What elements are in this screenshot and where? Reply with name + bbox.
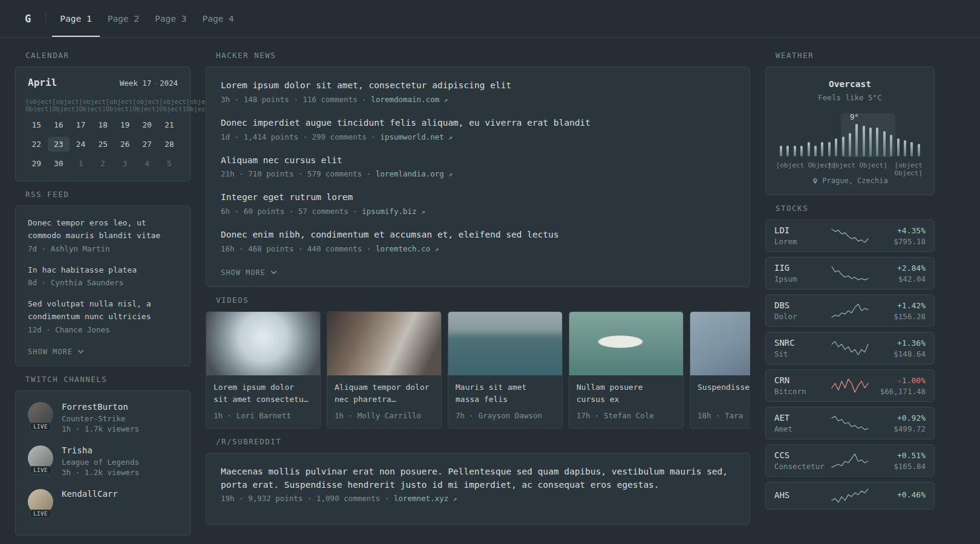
stock-symbol: AET xyxy=(774,413,831,423)
news-item-stats: 21h · 710 points · 579 comments · xyxy=(221,169,376,178)
news-item-title[interactable]: Donec imperdiet augue tincidunt felis al… xyxy=(221,117,735,130)
video-card[interactable]: Aliquam tempor dolor nec pharetra… 1h · … xyxy=(327,311,442,429)
rss-item-title[interactable]: Donec tempor eros leo, ut commodo mauris… xyxy=(28,217,178,242)
weather-section: WEATHER Overcast Feels like 5°C 9° [obje… xyxy=(765,51,935,195)
show-more-button[interactable]: SHOW MORE xyxy=(221,266,277,278)
show-more-button[interactable]: SHOW MORE xyxy=(28,345,84,357)
left-column: CALENDAR April Week 17·2024 [object Obje… xyxy=(15,42,191,536)
channel-name[interactable]: ForrestBurton xyxy=(62,402,139,412)
news-item-link[interactable]: loremtech.co ↗ xyxy=(376,244,439,253)
calendar-day: 17 xyxy=(70,117,92,132)
calendar-day: 2 xyxy=(92,156,114,171)
calendar-day: 29 xyxy=(25,156,48,171)
stock-symbol: LDI xyxy=(774,225,831,235)
weather-bar xyxy=(780,146,782,157)
stock-row[interactable]: CCS Consectetur +0.51% $165.84 xyxy=(765,444,935,477)
news-item-title[interactable]: Lorem ipsum dolor sit amet, consectetur … xyxy=(221,79,735,92)
avatar: LIVE xyxy=(28,445,53,471)
reddit-post-title[interactable]: Maecenas mollis pulvinar erat non posuer… xyxy=(221,465,735,492)
weather-bar xyxy=(849,133,851,157)
news-item: Donec imperdiet augue tincidunt felis al… xyxy=(221,117,735,141)
news-item-meta: 21h · 710 points · 579 comments · loreml… xyxy=(221,169,735,178)
video-meta: 17h · Stefan Cole xyxy=(569,407,683,428)
stock-sparkline xyxy=(831,340,869,356)
channel-name[interactable]: KendallCarr xyxy=(62,489,118,499)
news-item-meta: 1d · 1,414 points · 299 comments · ipsum… xyxy=(221,132,735,141)
show-more-label: SHOW MORE xyxy=(28,348,73,356)
video-card[interactable]: Suspendisse diam 18h · Tara xyxy=(690,311,750,429)
video-thumbnail[interactable] xyxy=(690,312,750,375)
video-title[interactable]: Nullam posuere cursus ex xyxy=(569,375,683,407)
calendar-day: 3 xyxy=(114,156,136,171)
video-card[interactable]: Mauris sit amet massa felis 7h · Grayson… xyxy=(448,311,563,429)
section-title: TWITCH CHANNELS xyxy=(25,375,191,384)
live-badge: LIVE xyxy=(30,423,51,431)
video-card[interactable]: Lorem ipsum dolor sit amet consectetu… 1… xyxy=(206,311,321,429)
news-item-title[interactable]: Integer eget rutrum lorem xyxy=(221,191,735,204)
nav-tab[interactable]: Page 4 xyxy=(194,0,241,37)
twitch-channel-row[interactable]: LIVE Trisha League of Legends 3h · 1.2k … xyxy=(28,445,178,477)
news-item-title[interactable]: Donec enim nibh, condimentum et accumsan… xyxy=(221,228,735,242)
video-thumbnail[interactable] xyxy=(327,312,441,375)
news-item-link[interactable]: ipsumify.biz ↗ xyxy=(362,207,425,216)
weather-chart: 9° [object Object][object Object][object… xyxy=(777,113,923,170)
stock-price: $165.84 xyxy=(869,462,926,471)
stock-row[interactable]: CRN Bitcorn -1.00% $66,171.48 xyxy=(765,369,935,402)
reddit-post-stats: 19h · 9,932 points · 1,090 comments · xyxy=(221,494,394,503)
rss-item: Sed volutpat nulla nisl, a condimentum n… xyxy=(28,298,178,334)
twitch-channel-row[interactable]: LIVE KendallCarr xyxy=(28,489,178,514)
stock-id: LDI Lorem xyxy=(774,225,831,246)
rss-item: Donec tempor eros leo, ut commodo mauris… xyxy=(28,217,178,253)
video-title[interactable]: Lorem ipsum dolor sit amet consectetu… xyxy=(206,375,320,407)
news-item-title[interactable]: Aliquam nec cursus elit xyxy=(221,154,735,167)
stock-values: +4.35% $795.18 xyxy=(869,226,926,246)
calendar-day: 16 xyxy=(48,117,70,132)
video-title[interactable]: Aliquam tempor dolor nec pharetra… xyxy=(327,375,441,407)
video-thumbnail[interactable] xyxy=(448,312,562,375)
stock-row[interactable]: AET Amet +0.92% $499.72 xyxy=(765,407,935,439)
stock-row[interactable]: DBS Dolor +1.42% $156.28 xyxy=(765,294,935,327)
stock-row[interactable]: AHS +0.46% xyxy=(765,482,935,510)
video-title[interactable]: Mauris sit amet massa felis xyxy=(448,375,562,407)
top-nav: G Page 1Page 2Page 3Page 4 xyxy=(0,0,980,37)
weather-bar xyxy=(876,128,878,157)
dashboard-content: CALENDAR April Week 17·2024 [object Obje… xyxy=(0,37,980,536)
reddit-post: Maecenas mollis pulvinar erat non posuer… xyxy=(221,465,735,504)
nav-tab[interactable]: Page 3 xyxy=(147,0,194,37)
calendar-day: 1 xyxy=(70,156,92,171)
stock-sparkline xyxy=(831,453,869,468)
video-title[interactable]: Suspendisse diam xyxy=(690,375,750,407)
stock-change: +0.51% xyxy=(869,451,926,460)
weather-feels-like: Feels like 5°C xyxy=(777,93,923,102)
section-title: HACKER NEWS xyxy=(216,51,750,60)
nav-tab[interactable]: Page 1 xyxy=(52,0,99,37)
subreddit-list: Maecenas mollis pulvinar erat non posuer… xyxy=(221,465,735,504)
hackernews-widget: Lorem ipsum dolor sit amet, consectetur … xyxy=(206,66,750,287)
channel-name[interactable]: Trisha xyxy=(62,445,139,455)
twitch-channel-row[interactable]: LIVE ForrestBurton Counter-Strike 1h · 1… xyxy=(28,402,178,433)
stock-row[interactable]: LDI Lorem +4.35% $795.18 xyxy=(765,219,935,252)
stock-price: $42.04 xyxy=(869,274,926,283)
news-item-link[interactable]: loremlandia.org ↗ xyxy=(376,169,452,178)
calendar-day: 18 xyxy=(92,117,114,132)
video-thumbnail[interactable] xyxy=(206,312,320,375)
stock-sparkline xyxy=(831,265,869,281)
chevron-down-icon xyxy=(77,349,84,354)
news-item-link[interactable]: ipsumworld.net ↗ xyxy=(380,132,452,141)
hackernews-section: HACKER NEWS Lorem ipsum dolor sit amet, … xyxy=(206,51,750,287)
calendar-dow: [object Object] xyxy=(159,98,186,112)
video-card[interactable]: Nullam posuere cursus ex 17h · Stefan Co… xyxy=(569,311,684,429)
stock-values: +1.36% $148.64 xyxy=(869,338,926,358)
news-item-link[interactable]: loremdomain.com ↗ xyxy=(371,95,448,104)
news-item-meta: 16h · 468 points · 440 comments · loremt… xyxy=(221,244,735,253)
channel-info: Trisha League of Legends 3h · 1.2k viewe… xyxy=(62,445,139,477)
stock-values: -1.00% $66,171.48 xyxy=(869,376,926,396)
videos-row: Lorem ipsum dolor sit amet consectetu… 1… xyxy=(206,311,750,429)
stock-row[interactable]: SNRC Sit +1.36% $148.64 xyxy=(765,332,935,364)
reddit-post-link[interactable]: loremnet.xyz ↗ xyxy=(394,494,457,503)
nav-tab[interactable]: Page 2 xyxy=(100,0,147,37)
rss-item-title[interactable]: In hac habitasse platea xyxy=(28,264,178,277)
stock-row[interactable]: IIG Ipsum +2.84% $42.04 xyxy=(765,257,935,290)
rss-item-title[interactable]: Sed volutpat nulla nisl, a condimentum n… xyxy=(28,298,178,323)
video-thumbnail[interactable] xyxy=(569,312,683,375)
